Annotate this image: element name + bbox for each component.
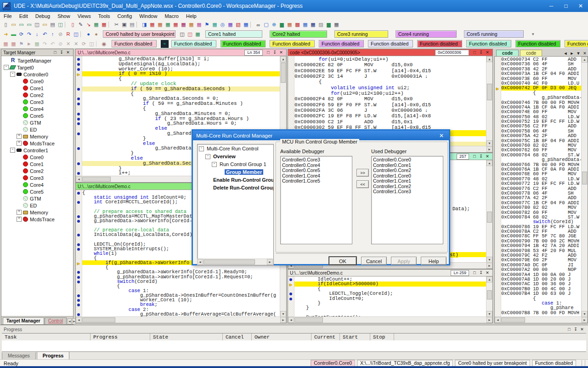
disabled-clear-icon[interactable]: ✕ <box>72 40 80 47</box>
halt-hand-alt-icon[interactable]: ● <box>92 30 100 38</box>
step-out-icon[interactable]: ↶ <box>41 30 49 38</box>
close-icon[interactable]: ✕ <box>484 270 491 276</box>
paste-icon[interactable]: ▤ <box>128 21 136 29</box>
menu-item[interactable]: Debug <box>32 12 54 20</box>
tab-progress[interactable]: Progress <box>37 351 70 360</box>
tree-item[interactable]: TargetManager <box>2 57 73 64</box>
tree-item[interactable]: Core0 <box>2 154 73 161</box>
breakpoint-window-icon[interactable]: ◨ <box>141 21 148 29</box>
horizontal-scrollbar[interactable]: ◄► <box>495 316 588 323</box>
tree-expander-icon[interactable]: + <box>17 141 22 146</box>
monitor-icon[interactable]: ▢ <box>262 21 270 29</box>
column-header[interactable]: Progress <box>90 334 150 341</box>
column-header[interactable]: Task <box>2 334 90 341</box>
list-option[interactable]: Controller0.Core0 <box>373 157 441 163</box>
dialog-tree-item[interactable]: Enable Run-Control Group(s) <box>198 176 273 184</box>
tree-item[interactable]: Core1 <box>2 161 73 167</box>
dialog-tree-item[interactable]: - Run Control Group 1 <box>198 160 273 168</box>
hatched-window-icon[interactable]: ▨ <box>317 21 325 29</box>
column-header[interactable]: Owner <box>252 334 311 341</box>
step-over-icon[interactable]: ↷ <box>25 30 33 38</box>
step-into-icon[interactable]: ↓ <box>33 30 41 38</box>
memory-save-icon[interactable]: ▦ <box>194 30 202 38</box>
globe-icon[interactable]: ⊕ <box>270 21 278 29</box>
mixed-view-icon[interactable]: ▧ <box>234 21 242 29</box>
horizontal-scrollbar[interactable]: ◄► <box>76 316 286 323</box>
function-toggle-icon[interactable]: ◉ <box>100 40 108 47</box>
step-disabled-icon[interactable]: ⊘ <box>57 30 64 38</box>
dialog-tree-item[interactable]: Delete Run-Control Group(s) <box>198 184 273 191</box>
move-right-button[interactable]: >> <box>356 169 369 177</box>
dialog-tree-scrollbar[interactable]: ◄► <box>197 259 273 265</box>
current-statement-icon[interactable]: ➜ <box>2 30 10 38</box>
memory-window-icon[interactable]: ▦ <box>156 21 164 29</box>
close-icon[interactable]: ✕ <box>582 51 588 56</box>
disabled-step-over-icon[interactable]: ↷ <box>41 40 49 47</box>
used-debugger-list[interactable]: Controller0.Core0Controller0.Core1Contro… <box>371 156 443 244</box>
tab-code[interactable]: code <box>496 50 519 56</box>
watch-window-icon[interactable]: ▦ <box>164 21 172 29</box>
vertical-scrollbar[interactable]: ▲▼ <box>486 56 492 146</box>
float-icon[interactable]: □ <box>265 50 271 55</box>
tab-messages[interactable]: Messages <box>2 352 36 360</box>
tree-item[interactable]: - Controller1 <box>2 147 73 154</box>
table-window-icon[interactable]: ▦ <box>301 21 309 29</box>
tree-item[interactable]: Core2 <box>2 167 73 174</box>
close-icon[interactable]: ✕ <box>579 327 585 332</box>
tab-prev-icon[interactable]: ◄ <box>562 51 569 56</box>
cut-icon[interactable]: ✂ <box>113 21 120 29</box>
column-header[interactable]: Cancel <box>223 334 252 341</box>
copy-icon[interactable]: ▣ <box>120 21 128 29</box>
list-option[interactable]: Controller1.Core1 <box>373 178 441 184</box>
list-option[interactable]: Controller1.Core5 <box>282 178 351 184</box>
address-field[interactable]: 0xC0000306 <box>435 50 469 56</box>
cancel-button[interactable]: Cancel <box>361 257 387 265</box>
float-icon[interactable]: □ <box>52 50 58 55</box>
tree-expander-icon[interactable]: - <box>10 72 15 77</box>
tree-expander-icon[interactable]: - <box>199 146 204 151</box>
maximize-button[interactable]: □ <box>559 1 573 11</box>
tree-item[interactable]: Core2 <box>2 92 73 98</box>
menu-item[interactable]: Tools <box>95 12 114 20</box>
calendar-window-icon[interactable]: ▦ <box>286 21 294 29</box>
disabled-step-out-icon[interactable]: ↶ <box>49 40 57 47</box>
float-icon[interactable]: □ <box>471 270 478 276</box>
disabled-flag-icon[interactable]: ⚑ <box>17 40 25 47</box>
menu-item[interactable]: Window <box>136 12 161 20</box>
pin-icon[interactable]: ↧ <box>572 327 579 332</box>
dialog-tree-item[interactable]: - Overview <box>198 152 273 160</box>
menu-item[interactable]: Edit <box>16 12 32 20</box>
tree-item[interactable]: ED <box>2 126 73 133</box>
tab-control[interactable]: Control <box>45 317 67 324</box>
disabled-breakpoint-icon[interactable]: ▦ <box>2 40 10 47</box>
list-option[interactable]: Controller1.Core3 <box>373 189 441 195</box>
load-program-icon[interactable]: ▭ <box>17 21 25 29</box>
dialog-tree-item[interactable]: - Multi-Core Run Control <box>198 144 273 152</box>
restart-program-icon[interactable]: R <box>64 30 72 38</box>
menu-item[interactable]: File <box>0 12 16 20</box>
pin-icon[interactable]: ↧ <box>478 50 484 55</box>
help-button[interactable]: Help <box>421 257 447 265</box>
menu-item[interactable]: Config <box>114 12 136 20</box>
disabled-run-icon[interactable]: ► <box>25 40 33 47</box>
list-option[interactable]: Controller0.Core2 <box>373 168 441 173</box>
tree-expander-icon[interactable]: - <box>205 154 210 159</box>
vertical-scrollbar[interactable]: ▲▼ <box>486 160 492 263</box>
resize-grip[interactable] <box>582 360 585 366</box>
disabled-step-icon[interactable]: ⊘ <box>57 40 64 47</box>
tab-next-icon[interactable]: ► <box>569 51 575 56</box>
toolbar-icon[interactable] <box>136 22 139 28</box>
close-button[interactable]: ✕ <box>573 1 588 11</box>
bar-chart-icon[interactable]: ▆ <box>278 21 286 29</box>
close-icon[interactable]: ✕ <box>437 132 446 139</box>
column-header[interactable]: Start <box>340 334 370 341</box>
run-active-icon[interactable]: ▬ <box>10 30 17 38</box>
waveform-icon[interactable]: ≈ <box>161 40 169 48</box>
toolbar-icon[interactable] <box>65 22 68 28</box>
gradient-window-icon[interactable]: ▩ <box>294 21 301 29</box>
tree-expander-icon[interactable]: + <box>17 210 22 215</box>
find-symbol-icon[interactable]: ◎ <box>219 21 226 29</box>
tree-item[interactable]: Core3 <box>2 98 73 105</box>
menu-item[interactable]: Macro <box>161 12 182 20</box>
tree-item[interactable]: Core3 <box>2 174 73 181</box>
